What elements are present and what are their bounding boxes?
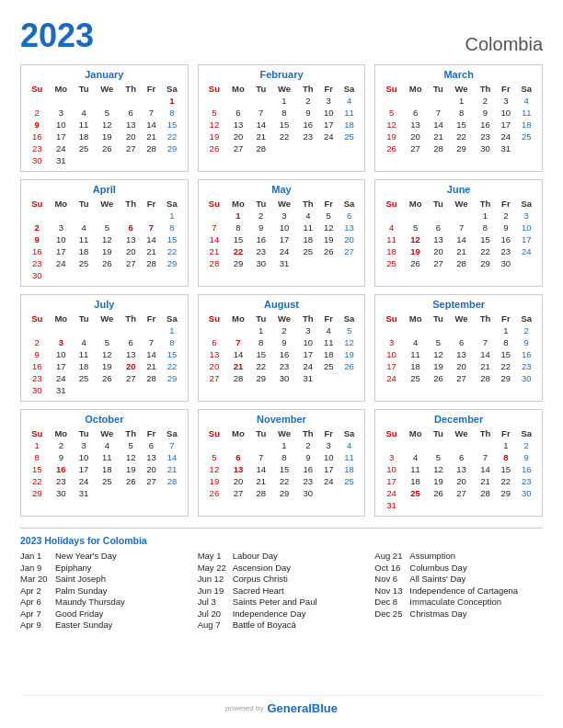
holiday-name: Ascension Day — [233, 563, 291, 573]
holiday-name: Corpus Christi — [233, 574, 288, 584]
calendar-day: 12 — [94, 119, 120, 131]
calendar-day: 20 — [225, 475, 251, 487]
calendar-day: 23 — [48, 475, 74, 487]
calendar-day: 6 — [225, 107, 251, 119]
calendar-day: 16 — [496, 233, 515, 245]
holiday-name: Christmas Day — [409, 609, 466, 619]
calendar-day: 15 — [496, 463, 515, 475]
month-title: May — [203, 184, 361, 195]
day-header-tu: Tu — [74, 313, 94, 324]
calendar-day: 15 — [225, 233, 251, 245]
calendar-day — [448, 439, 474, 451]
calendar-day: 16 — [297, 463, 318, 475]
day-header-tu: Tu — [428, 83, 448, 95]
calendar-day: 10 — [319, 107, 339, 119]
month-title: June — [380, 184, 537, 195]
calendar-day: 21 — [448, 245, 474, 257]
calendar-day: 5 — [428, 451, 448, 463]
calendar-day: 15 — [448, 119, 474, 131]
day-header-th: Th — [475, 198, 496, 210]
calendar-day: 6 — [448, 336, 474, 348]
calendar-day: 21 — [251, 475, 271, 487]
day-header-th: Th — [475, 427, 496, 439]
calendar-day: 28 — [448, 257, 474, 269]
calendar-day: 17 — [516, 233, 537, 245]
calendar-day: 5 — [403, 222, 429, 233]
calendar-day: 7 — [161, 439, 182, 451]
holiday-item: Aug 21Assumption — [374, 551, 543, 561]
day-header-su: Su — [26, 83, 48, 95]
calendar-day: 12 — [94, 233, 120, 245]
calendar-day: 29 — [251, 372, 271, 384]
calendar-day: 11 — [403, 348, 429, 360]
day-header-mo: Mo — [225, 198, 251, 210]
calendar-day: 27 — [339, 245, 360, 257]
calendar-day: 25 — [74, 257, 94, 269]
calendar-day: 9 — [26, 348, 48, 360]
calendar-day: 4 — [339, 439, 360, 451]
calendar-day — [203, 95, 225, 107]
calendar-day: 3 — [319, 439, 339, 451]
calendar-day: 16 — [26, 360, 48, 372]
calendar-day — [475, 499, 496, 511]
calendar-day: 25 — [339, 131, 360, 142]
calendar-day: 1 — [475, 210, 496, 222]
calendar-day: 18 — [297, 233, 318, 245]
day-header-su: Su — [203, 198, 225, 210]
calendar-day: 19 — [203, 131, 225, 142]
calendar-day: 28 — [142, 142, 161, 154]
calendar-day: 21 — [203, 245, 225, 257]
calendar-day: 18 — [319, 348, 339, 360]
calendar-table: SuMoTuWeThFrSa12345678910111213141516171… — [26, 198, 183, 281]
calendar-day: 16 — [516, 348, 537, 360]
calendar-day: 21 — [475, 475, 496, 487]
calendar-day: 20 — [142, 463, 161, 475]
calendar-day: 23 — [251, 245, 271, 257]
calendar-day: 29 — [225, 257, 251, 269]
calendar-day — [339, 257, 360, 269]
calendar-day: 28 — [251, 487, 271, 499]
holiday-date: Jun 19 — [198, 586, 229, 596]
calendar-day: 15 — [475, 233, 496, 245]
calendar-day: 30 — [251, 257, 271, 269]
calendar-day: 16 — [516, 463, 537, 475]
calendar-day: 29 — [161, 257, 182, 269]
holiday-date: Apr 2 — [20, 586, 52, 596]
calendar-day: 22 — [161, 245, 182, 257]
calendar-day: 23 — [297, 475, 318, 487]
holiday-item: Apr 2Palm Sunday — [20, 586, 189, 596]
calendar-day: 27 — [448, 372, 474, 384]
calendar-day: 27 — [120, 257, 141, 269]
month-block-november: NovemberSuMoTuWeThFrSa123456789101112131… — [198, 409, 366, 517]
calendar-day: 10 — [319, 451, 339, 463]
calendar-day: 13 — [403, 119, 429, 131]
month-title: January — [26, 69, 183, 80]
calendar-day — [74, 384, 94, 396]
day-header-fr: Fr — [319, 313, 339, 324]
calendar-day: 26 — [94, 372, 120, 384]
calendar-day: 29 — [161, 142, 182, 154]
holiday-name: Assumption — [409, 551, 455, 561]
calendar-day: 13 — [448, 463, 474, 475]
calendar-day: 27 — [403, 142, 429, 154]
calendar-day: 7 — [251, 451, 271, 463]
calendar-day: 4 — [516, 95, 537, 107]
holiday-item: Apr 9Easter Sunday — [20, 620, 189, 630]
calendar-day — [428, 324, 448, 336]
calendar-day: 2 — [516, 324, 537, 336]
calendar-day: 15 — [251, 348, 271, 360]
calendar-day: 10 — [48, 119, 74, 131]
day-header-th: Th — [475, 313, 496, 324]
month-block-april: AprilSuMoTuWeThFrSa123456789101112131415… — [20, 179, 189, 287]
calendar-day — [26, 95, 48, 107]
calendar-day: 11 — [297, 222, 318, 233]
calendar-day: 28 — [142, 257, 161, 269]
calendar-day: 31 — [271, 257, 297, 269]
calendar-day: 25 — [297, 245, 318, 257]
calendar-day: 1 — [161, 324, 182, 336]
calendar-day: 17 — [48, 131, 74, 142]
calendar-day: 23 — [516, 475, 537, 487]
calendar-day: 25 — [74, 142, 94, 154]
holiday-name: All Saints' Day — [409, 574, 465, 584]
holiday-item: May 1Labour Day — [198, 551, 366, 561]
